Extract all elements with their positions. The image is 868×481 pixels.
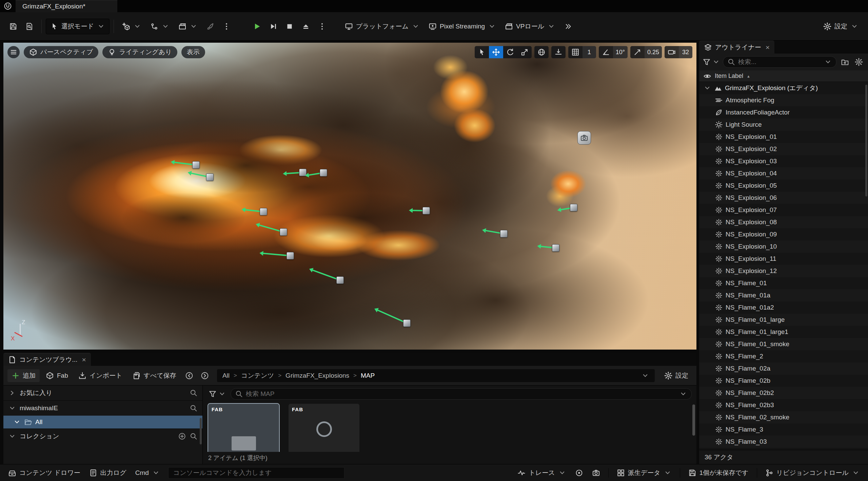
outliner-row[interactable]: NS_Flame_02b bbox=[699, 375, 868, 387]
settings-dropdown[interactable]: 設定 bbox=[819, 18, 863, 35]
outliner-row[interactable]: NS_Explosion_11 bbox=[699, 253, 868, 265]
outliner-row[interactable]: NS_Explosion_03 bbox=[699, 155, 868, 167]
show-flags-dropdown[interactable]: 表示 bbox=[181, 46, 205, 58]
derived-data-dropdown[interactable]: 派生データ bbox=[613, 466, 675, 479]
content-browser-tab[interactable]: コンテンツブラウ... × bbox=[3, 353, 91, 366]
folder-item-all[interactable]: All bbox=[3, 416, 202, 428]
add-button[interactable]: 追加 bbox=[7, 369, 40, 382]
outliner-root-row[interactable]: GrimzaFX_Explosion (エディタ) bbox=[699, 82, 868, 94]
console-input[interactable] bbox=[173, 469, 339, 477]
outliner-row[interactable]: NS_Explosion_02 bbox=[699, 143, 868, 155]
breadcrumb-item[interactable]: All bbox=[222, 372, 230, 379]
console-type-dropdown[interactable]: Cmd bbox=[132, 466, 163, 479]
close-icon[interactable]: × bbox=[766, 44, 770, 51]
grid-snap-toggle[interactable] bbox=[568, 46, 583, 58]
world-space-toggle[interactable] bbox=[534, 46, 549, 58]
camera-speed-button[interactable] bbox=[665, 46, 679, 58]
rotation-snap-value[interactable]: 10° bbox=[613, 46, 628, 58]
view-mode-dropdown[interactable]: ライティングあり bbox=[102, 46, 177, 58]
toolbar-overflow-button[interactable] bbox=[560, 18, 576, 35]
search-icon[interactable] bbox=[190, 432, 198, 440]
console-input-box[interactable] bbox=[168, 467, 344, 479]
outliner-row[interactable]: NS_Explosion_10 bbox=[699, 240, 868, 253]
level-tab[interactable]: GrimzaFX_Explosion* bbox=[16, 0, 117, 12]
rotation-snap-toggle[interactable] bbox=[599, 46, 613, 58]
outliner-row[interactable]: NS_Flame_01_large1 bbox=[699, 326, 868, 338]
outliner-column-header[interactable]: Item Label ▲ bbox=[699, 70, 868, 82]
outliner-row[interactable]: InstancedFoliageActor bbox=[699, 106, 868, 119]
scrollbar[interactable] bbox=[200, 418, 202, 444]
outliner-row[interactable]: NS_Flame_02a bbox=[699, 362, 868, 375]
asset-search-input[interactable] bbox=[246, 390, 676, 398]
chevron-down-icon[interactable] bbox=[703, 84, 711, 92]
vp-roles-dropdown[interactable]: VPロール bbox=[501, 18, 559, 35]
outliner-row[interactable]: NS_Flame_01_smoke bbox=[699, 338, 868, 350]
outliner-filter-button[interactable] bbox=[703, 56, 720, 68]
unsaved-changes-button[interactable]: 1個が未保存です bbox=[685, 466, 752, 479]
eject-button[interactable] bbox=[298, 18, 314, 35]
save-button[interactable] bbox=[5, 18, 21, 35]
outliner-row[interactable]: NS_Flame_02b2 bbox=[699, 387, 868, 399]
outliner-row[interactable]: NS_Flame_3 bbox=[699, 423, 868, 436]
move-tool-button[interactable] bbox=[489, 46, 503, 58]
trace-dropdown[interactable]: トレース bbox=[514, 466, 569, 479]
outliner-row[interactable]: NS_Explosion_09 bbox=[699, 228, 868, 240]
insights-button[interactable] bbox=[572, 466, 587, 479]
filter-button[interactable] bbox=[208, 388, 227, 400]
landscape-paint-button[interactable] bbox=[202, 18, 218, 35]
outliner-row[interactable]: Atmospheric Fog bbox=[699, 94, 868, 106]
new-folder-button[interactable] bbox=[839, 56, 851, 68]
collections-section[interactable]: コレクション bbox=[3, 428, 202, 443]
outliner-row[interactable]: NS_Flame_02_smoke bbox=[699, 411, 868, 423]
outliner-row[interactable]: NS_Flame_01 bbox=[699, 277, 868, 289]
asset-search-box[interactable] bbox=[231, 388, 692, 400]
import-button[interactable]: インポート bbox=[74, 369, 126, 382]
scrollbar[interactable] bbox=[692, 404, 695, 436]
outliner-row[interactable]: NS_Explosion_06 bbox=[699, 192, 868, 204]
content-drawer-button[interactable]: コンテンツ ドロワー bbox=[5, 466, 84, 479]
rotate-tool-button[interactable] bbox=[503, 46, 517, 58]
breadcrumb-item[interactable]: GrimzaFX_Explosions bbox=[285, 372, 349, 379]
outliner-row[interactable]: NS_Flame_01a2 bbox=[699, 301, 868, 314]
save-all-button[interactable]: すべて保存 bbox=[129, 369, 180, 382]
output-log-button[interactable]: 出力ログ bbox=[86, 466, 130, 479]
sprite-icon-large[interactable] bbox=[577, 131, 591, 145]
forward-button[interactable] bbox=[198, 369, 212, 382]
grid-snap-value[interactable]: 1 bbox=[583, 46, 596, 58]
outliner-row[interactable]: NS_Explosion_05 bbox=[699, 180, 868, 192]
perspective-dropdown[interactable]: パースペクティブ bbox=[24, 46, 98, 58]
outliner-row[interactable]: Light Source bbox=[699, 119, 868, 131]
outliner-row[interactable]: NS_Explosion_04 bbox=[699, 167, 868, 180]
quick-add-button[interactable] bbox=[118, 18, 145, 35]
scrollbar[interactable] bbox=[865, 85, 867, 196]
scale-tool-button[interactable] bbox=[517, 46, 532, 58]
add-collection-icon[interactable] bbox=[178, 432, 186, 440]
outliner-row[interactable]: NS_Flame_03 bbox=[699, 436, 868, 448]
outliner-row[interactable]: NS_Flame_02b3 bbox=[699, 399, 868, 411]
outliner-search-input[interactable] bbox=[738, 58, 821, 66]
outliner-row[interactable]: NS_Flame_2 bbox=[699, 350, 868, 362]
eye-icon[interactable] bbox=[703, 72, 711, 80]
outliner-row[interactable]: NS_Explosion_07 bbox=[699, 204, 868, 216]
favorites-section[interactable]: お気に入り bbox=[3, 385, 202, 400]
close-icon[interactable]: × bbox=[82, 356, 86, 363]
select-tool-button[interactable] bbox=[475, 46, 489, 58]
breadcrumb-item[interactable]: コンテンツ bbox=[241, 371, 274, 380]
breadcrumb-item[interactable]: MAP bbox=[361, 372, 375, 379]
outliner-row[interactable]: NS_Explosion_01 bbox=[699, 131, 868, 143]
toolbar-options-button[interactable] bbox=[219, 18, 234, 35]
scale-snap-value[interactable]: 0.25 bbox=[645, 46, 662, 58]
play-options-button[interactable] bbox=[314, 18, 330, 35]
fab-button[interactable]: Fab bbox=[42, 369, 72, 382]
outliner-row[interactable]: NS_Explosion_08 bbox=[699, 216, 868, 228]
platforms-dropdown[interactable]: プラットフォーム bbox=[341, 18, 424, 35]
outliner-row[interactable]: NS_Flame_01_large bbox=[699, 314, 868, 326]
surface-snapping-button[interactable] bbox=[551, 46, 566, 58]
viewport-menu-button[interactable] bbox=[7, 46, 20, 58]
search-icon[interactable] bbox=[190, 389, 198, 397]
frame-skip-button[interactable] bbox=[265, 18, 281, 35]
outliner-tab[interactable]: アウトライナー × bbox=[699, 41, 774, 54]
outliner-settings-button[interactable] bbox=[853, 56, 865, 68]
project-root-item[interactable]: miwashimaIE bbox=[3, 401, 202, 416]
scale-snap-toggle[interactable] bbox=[630, 46, 645, 58]
